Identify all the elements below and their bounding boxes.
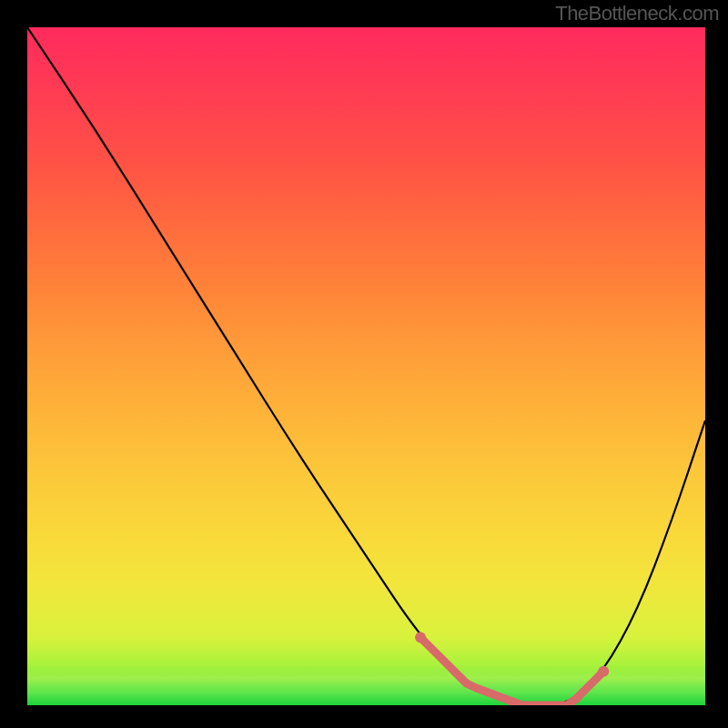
chart-plot-area: [27, 27, 705, 705]
chart-svg: [27, 27, 705, 705]
highlight-segment-path: [420, 638, 603, 706]
watermark-text: TheBottleneck.com: [555, 2, 719, 25]
bottleneck-curve-path: [27, 27, 705, 705]
highlight-dot-left: [415, 632, 426, 643]
highlight-dot-right: [598, 666, 609, 677]
